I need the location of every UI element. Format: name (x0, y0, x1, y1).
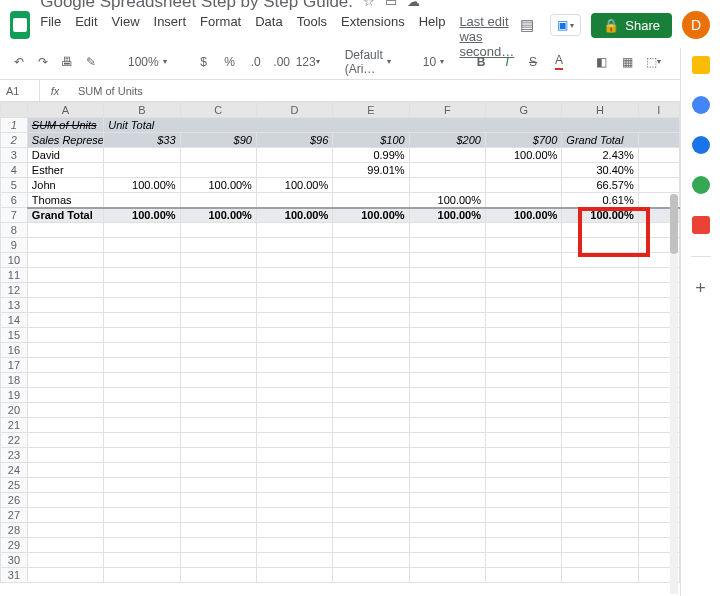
more-formats-icon[interactable]: 123▾ (299, 51, 317, 73)
cell[interactable] (562, 478, 638, 493)
cell[interactable] (104, 388, 180, 403)
star-icon[interactable]: ☆ (363, 0, 375, 9)
cell[interactable] (485, 418, 561, 433)
cell[interactable] (27, 403, 103, 418)
cell[interactable] (256, 193, 332, 208)
cell[interactable] (485, 238, 561, 253)
cell[interactable] (333, 493, 409, 508)
cell[interactable] (333, 508, 409, 523)
cell[interactable] (485, 283, 561, 298)
row-header[interactable]: 9 (1, 238, 28, 253)
cell[interactable] (256, 418, 332, 433)
col-header[interactable]: H (562, 103, 638, 118)
cell[interactable] (333, 253, 409, 268)
cell[interactable] (256, 373, 332, 388)
cell[interactable]: David (27, 148, 103, 163)
cell[interactable] (104, 478, 180, 493)
cell[interactable] (409, 283, 485, 298)
cell[interactable]: Unit Total (104, 118, 680, 133)
cell[interactable] (104, 223, 180, 238)
cell[interactable] (256, 358, 332, 373)
cell[interactable] (485, 478, 561, 493)
cell[interactable] (562, 418, 638, 433)
cell[interactable] (409, 313, 485, 328)
cell[interactable] (180, 418, 256, 433)
cell[interactable] (485, 433, 561, 448)
cell[interactable] (256, 268, 332, 283)
cell[interactable] (409, 418, 485, 433)
cell[interactable] (333, 478, 409, 493)
row-header[interactable]: 17 (1, 358, 28, 373)
font-size-select[interactable]: 10▾ (419, 53, 448, 71)
cell[interactable]: 66.57% (562, 178, 638, 193)
cell[interactable] (180, 568, 256, 583)
cell[interactable] (333, 538, 409, 553)
cell[interactable] (256, 538, 332, 553)
cell[interactable] (256, 328, 332, 343)
cell[interactable] (485, 163, 561, 178)
cell[interactable] (409, 538, 485, 553)
cell[interactable]: 0.99% (333, 148, 409, 163)
cell[interactable] (104, 313, 180, 328)
cell[interactable] (256, 493, 332, 508)
cell[interactable] (485, 508, 561, 523)
cell[interactable] (256, 163, 332, 178)
cell[interactable] (256, 568, 332, 583)
cell[interactable] (256, 463, 332, 478)
cell[interactable] (562, 523, 638, 538)
cell[interactable] (562, 223, 638, 238)
cell[interactable] (333, 448, 409, 463)
row-header[interactable]: 14 (1, 313, 28, 328)
cell[interactable] (180, 148, 256, 163)
cell[interactable] (180, 298, 256, 313)
calendar-icon[interactable] (692, 56, 710, 74)
cell[interactable] (180, 313, 256, 328)
cell[interactable] (485, 358, 561, 373)
cell[interactable] (409, 328, 485, 343)
col-header[interactable]: B (104, 103, 180, 118)
row-header[interactable]: 3 (1, 148, 28, 163)
cell[interactable] (104, 238, 180, 253)
cell[interactable] (27, 538, 103, 553)
cell[interactable] (485, 223, 561, 238)
cell[interactable]: Esther (27, 163, 103, 178)
cell[interactable]: $90 (180, 133, 256, 148)
cell[interactable] (333, 568, 409, 583)
col-header[interactable]: D (256, 103, 332, 118)
cell[interactable] (104, 493, 180, 508)
cell[interactable] (562, 493, 638, 508)
tasks-icon[interactable] (692, 136, 710, 154)
cell[interactable]: 100.00% (104, 208, 180, 223)
row-header[interactable]: 22 (1, 433, 28, 448)
cell[interactable] (409, 223, 485, 238)
cell[interactable]: 100.00% (485, 208, 561, 223)
cell[interactable] (409, 568, 485, 583)
col-header[interactable]: F (409, 103, 485, 118)
cell[interactable] (485, 568, 561, 583)
cell[interactable] (180, 358, 256, 373)
row-header[interactable]: 29 (1, 538, 28, 553)
cell[interactable] (485, 388, 561, 403)
cell[interactable] (485, 268, 561, 283)
cell[interactable] (562, 433, 638, 448)
cell[interactable] (27, 553, 103, 568)
row-header[interactable]: 20 (1, 403, 28, 418)
cell[interactable] (104, 418, 180, 433)
cell[interactable] (27, 463, 103, 478)
cell[interactable] (27, 493, 103, 508)
cell[interactable] (409, 523, 485, 538)
cell[interactable]: SUM of Units (27, 118, 103, 133)
row-header[interactable]: 5 (1, 178, 28, 193)
cell[interactable] (256, 508, 332, 523)
cell[interactable] (562, 298, 638, 313)
cell[interactable] (333, 418, 409, 433)
cell[interactable] (562, 253, 638, 268)
cell[interactable] (333, 178, 409, 193)
cell[interactable] (485, 253, 561, 268)
cell[interactable] (562, 343, 638, 358)
vertical-scrollbar[interactable] (670, 194, 678, 594)
cell[interactable] (562, 403, 638, 418)
row-header[interactable]: 30 (1, 553, 28, 568)
cell[interactable] (333, 388, 409, 403)
cell[interactable] (409, 448, 485, 463)
